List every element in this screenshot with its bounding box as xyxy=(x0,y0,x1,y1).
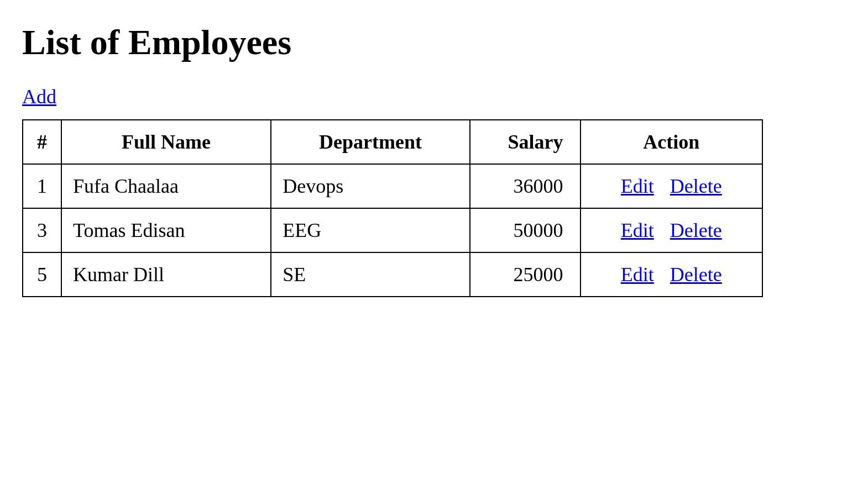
cell-id: 1 xyxy=(23,164,61,208)
cell-action: Edit Delete xyxy=(581,208,762,252)
col-header-id: # xyxy=(23,120,61,164)
cell-department: EEG xyxy=(271,208,470,252)
edit-link-3[interactable]: Edit xyxy=(621,219,654,241)
delete-link-5[interactable]: Delete xyxy=(670,263,722,286)
edit-link-5[interactable]: Edit xyxy=(621,263,654,286)
table-row: 3 Tomas Edisan EEG 50000 Edit Delete xyxy=(23,208,762,252)
cell-id: 5 xyxy=(23,252,61,297)
cell-fullname: Kumar Dill xyxy=(61,252,271,297)
table-header-row: # Full Name Department Salary Action xyxy=(23,120,762,164)
page-title: List of Employees xyxy=(22,22,846,63)
cell-department: SE xyxy=(271,252,470,297)
cell-salary: 25000 xyxy=(470,252,581,297)
cell-salary: 36000 xyxy=(470,164,581,208)
col-header-department: Department xyxy=(271,120,470,164)
cell-department: Devops xyxy=(271,164,470,208)
cell-id: 3 xyxy=(23,208,61,252)
col-header-fullname: Full Name xyxy=(61,120,271,164)
add-link[interactable]: Add xyxy=(22,85,56,108)
table-row: 1 Fufa Chaalaa Devops 36000 Edit Delete xyxy=(23,164,762,208)
cell-action: Edit Delete xyxy=(581,252,762,297)
col-header-salary: Salary xyxy=(470,120,581,164)
cell-action: Edit Delete xyxy=(581,164,762,208)
delete-link-1[interactable]: Delete xyxy=(670,175,722,197)
employees-table: # Full Name Department Salary Action 1 F… xyxy=(22,119,763,297)
cell-fullname: Tomas Edisan xyxy=(61,208,271,252)
cell-salary: 50000 xyxy=(470,208,581,252)
cell-fullname: Fufa Chaalaa xyxy=(61,164,271,208)
edit-link-1[interactable]: Edit xyxy=(621,175,654,197)
delete-link-3[interactable]: Delete xyxy=(670,219,722,241)
col-header-action: Action xyxy=(581,120,762,164)
table-row: 5 Kumar Dill SE 25000 Edit Delete xyxy=(23,252,762,297)
